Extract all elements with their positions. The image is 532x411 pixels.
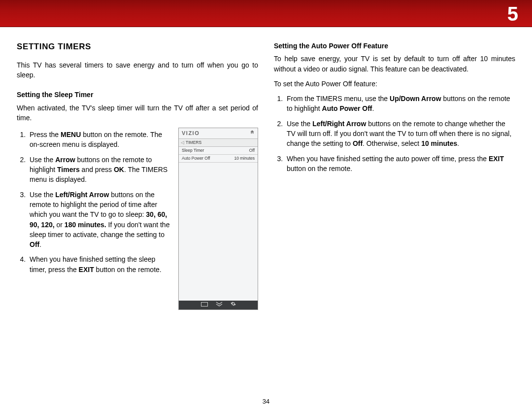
vizio-logo: VIZIO <box>182 130 200 137</box>
menu-breadcrumb: ◁ TIMERS <box>179 139 258 147</box>
menu-row-auto-power-off: Auto Power Off 10 minutes <box>179 155 258 163</box>
chapter-number: 5 <box>507 3 518 25</box>
chapter-header: 5 <box>0 0 532 27</box>
wide-icon <box>201 302 208 309</box>
menu-row-sleep-timer: Sleep Timer Off <box>179 147 258 155</box>
page-number: 34 <box>263 398 269 405</box>
row-label: Auto Power Off <box>182 155 210 161</box>
gear-icon <box>231 301 236 309</box>
auto-power-off-steps: From the TIMERS menu, use the Up/Down Ar… <box>274 94 515 173</box>
auto-power-off-subheading: Setting the Auto Power Off Feature <box>274 41 515 51</box>
menu-footer <box>179 301 258 309</box>
menu-header: VIZIO <box>179 128 258 139</box>
breadcrumb-label: TIMERS <box>186 139 201 145</box>
auto-power-off-intro: To help save energy, your TV is set by d… <box>274 54 515 74</box>
back-icon: ◁ <box>179 139 186 145</box>
step-4: When you have finished setting the sleep… <box>28 254 171 274</box>
svg-rect-0 <box>201 302 207 306</box>
step-1: Press the MENU button on the remote. The… <box>28 130 171 150</box>
row-value: Off <box>249 147 255 153</box>
sleep-timer-steps: Press the MENU button on the remote. The… <box>17 130 171 274</box>
step-2: Use the Arrow buttons on the remote to h… <box>28 155 171 185</box>
auto-power-off-lead: To set the Auto Power Off feature: <box>274 79 515 89</box>
step-1: From the TIMERS menu, use the Up/Down Ar… <box>285 94 515 114</box>
left-column: SETTING TIMERS This TV has several timer… <box>17 41 258 310</box>
sleep-timer-subheading: Setting the Sleep Timer <box>17 90 258 100</box>
intro-paragraph: This TV has several timers to save energ… <box>17 60 258 80</box>
step-3: Use the Left/Right Arrow buttons on the … <box>28 190 171 250</box>
row-value: 10 minutes <box>234 155 255 161</box>
right-column: Setting the Auto Power Off Feature To he… <box>274 41 515 310</box>
chevrons-down-icon <box>216 302 223 309</box>
section-heading: SETTING TIMERS <box>17 41 258 53</box>
sleep-timer-intro: When activated, the TV's sleep timer wil… <box>17 103 258 123</box>
row-label: Sleep Timer <box>182 147 204 153</box>
home-icon <box>250 130 255 137</box>
step-3: When you have finished setting the auto … <box>285 154 515 174</box>
step-2: Use the Left/Right Arrow buttons on the … <box>285 119 515 149</box>
timers-menu-screenshot: VIZIO ◁ TIMERS Sleep Timer Off Au <box>178 128 258 310</box>
